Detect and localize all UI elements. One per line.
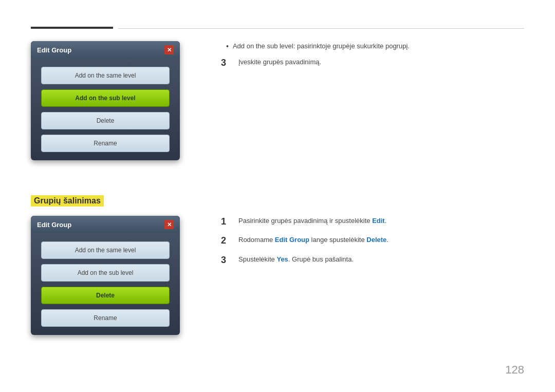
btn-add-sub-level-2[interactable]: Add on the sub level — [41, 264, 170, 282]
section2-step2: 2 Rodomame Edit Group lange spustelėkite… — [221, 235, 524, 247]
step1-text: Pasirinkite grupės pavadinimą ir spustel… — [238, 216, 386, 226]
btn-rename-2[interactable]: Rename — [41, 309, 170, 327]
step3-link: Yes — [276, 255, 288, 263]
section2-right: 1 Pasirinkite grupės pavadinimą ir spust… — [221, 216, 524, 272]
step1-link: Edit — [372, 217, 385, 225]
section2-heading-wrapper: Grupių šalinimas — [31, 195, 104, 215]
dialog-title-2: Edit Group — [37, 221, 71, 229]
dialog-titlebar-1: Edit Group ✕ — [31, 41, 180, 59]
section2-step1: 1 Pasirinkite grupės pavadinimą ir spust… — [221, 216, 524, 228]
step1-number: 1 — [221, 216, 233, 228]
section1-left: Edit Group ✕ Add on the same level Add o… — [31, 41, 180, 160]
bullet-dot-1: • — [226, 41, 229, 52]
step2-number: 2 — [221, 235, 233, 247]
page-number: 128 — [505, 363, 524, 377]
dialog-title-1: Edit Group — [37, 46, 71, 54]
btn-add-same-level-1[interactable]: Add on the same level — [41, 67, 170, 84]
section1-right: • Add on the sub level: pasirinktoje gru… — [221, 41, 524, 75]
step3-text-2: Spustelėkite Yes. Grupė bus pašalinta. — [238, 254, 354, 265]
step2-link2: Delete — [366, 236, 386, 244]
top-divider-accent — [31, 27, 113, 29]
step3-number-1: 3 — [221, 57, 233, 69]
top-divider — [118, 28, 524, 29]
dialog-body-2: Add on the same level Add on the sub lev… — [31, 233, 180, 335]
step3-number-2: 3 — [221, 254, 233, 266]
dialog-close-btn-1[interactable]: ✕ — [164, 45, 174, 54]
dialog-box-1: Edit Group ✕ Add on the same level Add o… — [31, 41, 180, 160]
add-sub-level-link: Add on the sub level — [233, 42, 293, 50]
btn-delete-2[interactable]: Delete — [41, 287, 170, 304]
bullet-text-1: Add on the sub level: pasirinktoje grupė… — [233, 41, 410, 51]
section1-bullet: • Add on the sub level: pasirinktoje gru… — [221, 41, 524, 52]
section1-step3: 3 Įveskite grupės pavadinimą. — [221, 57, 524, 69]
step3-text-1: Įveskite grupės pavadinimą. — [238, 57, 321, 67]
btn-delete-1[interactable]: Delete — [41, 112, 170, 129]
section2-step3: 3 Spustelėkite Yes. Grupė bus pašalinta. — [221, 254, 524, 266]
step2-link1: Edit Group — [275, 236, 309, 244]
bullet-rest-1: : pasirinktoje grupėje sukurkite pogrupį… — [293, 42, 410, 50]
btn-add-same-level-2[interactable]: Add on the same level — [41, 241, 170, 259]
step2-text: Rodomame Edit Group lange spustelėkite D… — [238, 235, 388, 245]
btn-rename-1[interactable]: Rename — [41, 135, 170, 152]
section2-left: Edit Group ✕ Add on the same level Add o… — [31, 216, 180, 335]
dialog-box-2: Edit Group ✕ Add on the same level Add o… — [31, 216, 180, 335]
btn-add-sub-level-1[interactable]: Add on the sub level — [41, 89, 170, 107]
dialog-titlebar-2: Edit Group ✕ — [31, 216, 180, 233]
dialog-body-1: Add on the same level Add on the sub lev… — [31, 59, 180, 160]
dialog-close-btn-2[interactable]: ✕ — [164, 220, 174, 229]
section2-heading: Grupių šalinimas — [31, 195, 104, 207]
